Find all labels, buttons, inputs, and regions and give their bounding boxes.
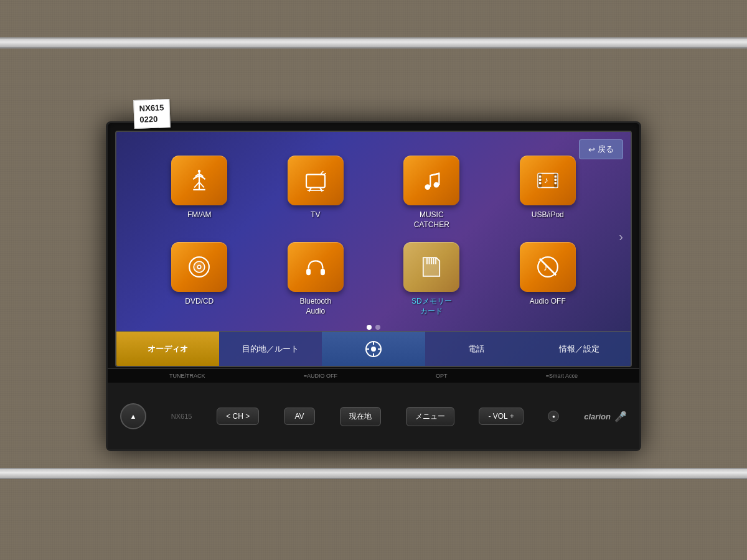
tab-nav-center[interactable]	[322, 332, 425, 366]
pagination-dot-1	[367, 325, 372, 330]
eject-button[interactable]: ▲	[120, 403, 146, 429]
svg-rect-30	[321, 269, 325, 276]
bluetooth-audio-icon-box	[288, 242, 344, 292]
tv-icon-item[interactable]: TV	[264, 156, 368, 232]
svg-point-13	[434, 182, 439, 188]
svg-point-12	[425, 184, 431, 190]
control-panel: TUNE/TRACK =AUDIO OFF OPT =Smart Acce ▲ …	[108, 368, 639, 449]
app-icon-grid: FM/AM TV	[129, 148, 618, 324]
audio-off-label: Audio OFF	[530, 297, 566, 307]
audio-off-label-ctrl: =AUDIO OFF	[304, 373, 337, 379]
svg-line-38	[540, 259, 556, 275]
tune-track-label: TUNE/TRACK	[169, 373, 205, 379]
back-button[interactable]: ↩ 戻る	[579, 139, 623, 159]
av-button[interactable]: AV	[284, 408, 315, 425]
bluetooth-audio-label: BluetoothAudio	[299, 297, 331, 316]
svg-text:♪: ♪	[544, 175, 548, 185]
svg-point-28	[198, 266, 200, 268]
fmam-label: FM/AM	[187, 210, 212, 220]
svg-rect-19	[539, 179, 542, 181]
device-model-control: NX615	[171, 413, 192, 420]
brand-label: clarion	[584, 412, 611, 421]
svg-line-11	[322, 174, 326, 175]
opt-label: OPT	[436, 373, 448, 379]
next-page-arrow[interactable]: ›	[619, 230, 623, 244]
music-catcher-icon-box	[403, 156, 459, 205]
dvd-cd-icon-box	[171, 242, 227, 292]
svg-line-14	[430, 174, 439, 176]
usb-ipod-icon-box: ♪	[520, 156, 576, 205]
fmam-icon-item[interactable]: FM/AM	[148, 156, 251, 232]
mic-icon: 🎤	[614, 411, 627, 422]
audio-off-icon-box: ♪	[520, 242, 576, 292]
volume-button[interactable]: - VOL +	[479, 408, 523, 425]
ch-button[interactable]: < CH >	[217, 408, 259, 425]
sd-memory-icon-item[interactable]: SDメモリーカード	[380, 242, 484, 319]
svg-line-3	[194, 182, 199, 188]
tab-phone[interactable]: 電話	[425, 332, 528, 366]
svg-rect-22	[554, 179, 557, 181]
svg-line-4	[199, 182, 204, 188]
tv-label: TV	[311, 210, 320, 220]
tab-info[interactable]: 情報／設定	[528, 332, 631, 366]
music-catcher-icon-item[interactable]: MUSICCATCHER	[380, 156, 484, 232]
control-top-labels: TUNE/TRACK =AUDIO OFF OPT =Smart Acce	[108, 369, 639, 383]
svg-rect-21	[554, 175, 557, 178]
smart-access-label: =Smart Acce	[546, 373, 578, 379]
dvd-cd-icon-item[interactable]: DVD/CD	[148, 242, 251, 319]
tab-audio[interactable]: オーディオ	[116, 332, 219, 366]
tab-destination[interactable]: 目的地／ルート	[219, 332, 322, 366]
menu-button[interactable]: メニュー	[406, 407, 454, 426]
tv-icon-box	[288, 156, 344, 205]
sd-memory-label: SDメモリーカード	[411, 297, 452, 316]
mic-button[interactable]: ●	[548, 411, 559, 422]
svg-point-5	[198, 170, 200, 172]
display-screen: ↩ 戻る ›	[115, 131, 632, 367]
svg-rect-18	[539, 175, 542, 178]
svg-point-40	[371, 347, 376, 352]
model-label: NX615 0220	[133, 99, 170, 129]
music-catcher-label: MUSICCATCHER	[414, 210, 449, 230]
svg-rect-29	[306, 269, 311, 276]
audio-off-icon-item[interactable]: ♪ Audio OFF	[496, 242, 600, 319]
bluetooth-audio-icon-item[interactable]: BluetoothAudio	[264, 242, 368, 319]
usb-ipod-label: USB/iPod	[532, 210, 564, 220]
svg-rect-20	[539, 182, 542, 185]
pagination-dot-2	[375, 325, 380, 330]
sd-memory-icon-box	[403, 242, 459, 292]
usb-ipod-icon-item[interactable]: ♪ USB/iPod	[496, 156, 600, 232]
navigation-tabs: オーディオ 目的地／ルート 電話	[116, 331, 631, 366]
dvd-cd-label: DVD/CD	[185, 297, 214, 307]
pagination-dots	[367, 325, 380, 330]
svg-rect-23	[554, 182, 557, 185]
svg-rect-6	[306, 174, 325, 187]
current-location-button[interactable]: 現在地	[340, 407, 381, 426]
car-navigation-unit: ↩ 戻る ›	[106, 121, 641, 451]
fmam-icon-box	[171, 156, 227, 205]
brand-area: clarion 🎤	[584, 411, 627, 422]
control-buttons-row: ▲ NX615 < CH > AV 現在地 メニュー	[108, 383, 639, 450]
